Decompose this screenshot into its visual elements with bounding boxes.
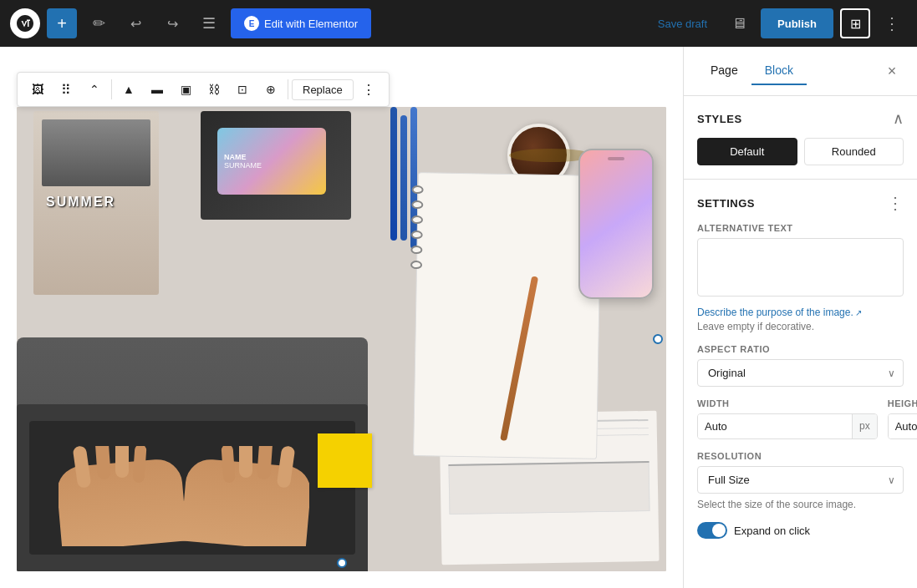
alt-text-input[interactable] (697, 238, 904, 297)
image-toolbar: 🖼 ⠿ ⌃ ▲ ▬ ▣ ⛓ ⊡ ⊕ Replace ⋮ (17, 72, 390, 107)
settings-more-icon[interactable]: ⋮ (887, 193, 904, 213)
edit-elementor-label: Edit with Elementor (264, 18, 358, 30)
undo-icon[interactable]: ↩ (120, 8, 150, 38)
expand-on-click-row: Expand on click (697, 522, 904, 539)
width-input-wrapper: px (697, 413, 878, 439)
width-field: WIDTH px (697, 398, 878, 439)
panel-close-button[interactable]: × (880, 59, 904, 83)
toolbar-separator-2 (288, 79, 288, 99)
redo-icon[interactable]: ↪ (157, 8, 187, 38)
drag-tool-icon[interactable]: ⠿ (53, 76, 79, 103)
wallet-item: NAME SURNAME (201, 111, 351, 220)
monitor-icon[interactable]: 🖥 (724, 8, 754, 38)
aspect-ratio-select[interactable]: Original Square 16:9 4:3 (697, 359, 904, 387)
styles-section-header: Styles ∧ (697, 109, 904, 128)
alt-text-label: ALTERNATIVE TEXT (697, 223, 904, 233)
resolution-label: RESOLUTION (697, 451, 904, 461)
add-button[interactable]: + (47, 8, 77, 38)
resolution-select[interactable]: Full Size Large Medium Thumbnail (697, 466, 904, 494)
elementor-icon-symbol: E (249, 19, 255, 28)
move-up-tool-icon[interactable]: ⌃ (81, 76, 108, 103)
height-input-wrapper: px (888, 413, 917, 439)
width-unit: px (852, 414, 877, 438)
resize-handle-right[interactable] (653, 334, 663, 344)
align-tool-icon[interactable]: ▬ (144, 76, 171, 103)
aspect-ratio-label: ASPECT RATIO (697, 344, 904, 354)
panel-tabs: Page Block (697, 57, 807, 85)
aspect-ratio-select-wrapper: Original Square 16:9 4:3 ∨ (697, 359, 904, 387)
expand-on-click-label: Expand on click (734, 525, 810, 537)
edit-elementor-button[interactable]: E Edit with Elementor (231, 8, 371, 38)
leave-empty-hint: Leave empty if decorative. (697, 321, 904, 332)
phone-item (578, 149, 654, 299)
settings-section-title: Settings (697, 197, 755, 210)
describe-purpose-link[interactable]: Describe the purpose of the image. ↗ (697, 307, 862, 318)
more-options-toolbar-icon[interactable]: ⋮ (355, 76, 382, 103)
link-tool-icon[interactable]: ⛓ (201, 76, 227, 103)
save-draft-button[interactable]: Save draft (648, 11, 717, 37)
publish-button[interactable]: Publish (761, 8, 833, 38)
magazine-item: SUMMER (33, 111, 159, 295)
list-view-icon[interactable]: ☰ (194, 8, 224, 38)
overlay-tool-icon[interactable]: ⊕ (257, 76, 284, 103)
image-tool-icon[interactable]: 🖼 (24, 76, 51, 103)
toolbar-separator-1 (111, 79, 112, 99)
elementor-icon: E (244, 16, 259, 31)
style-buttons-group: Default Rounded (697, 138, 904, 165)
tab-block[interactable]: Block (751, 57, 807, 85)
editor-area: 🖼 ⠿ ⌃ ▲ ▬ ▣ ⛓ ⊡ ⊕ Replace ⋮ SUMMER (0, 47, 683, 588)
resolution-field: RESOLUTION Full Size Large Medium Thumbn… (697, 451, 904, 510)
resolution-hint: Select the size of the source image. (697, 499, 904, 510)
height-input[interactable] (889, 414, 917, 438)
aspect-ratio-field: ASPECT RATIO Original Square 16:9 4:3 ∨ (697, 344, 904, 387)
resize-handle-bottom[interactable] (337, 558, 347, 568)
expand-on-click-toggle[interactable] (697, 522, 727, 539)
wp-logo[interactable] (10, 8, 40, 38)
transform-tool-icon[interactable]: ▲ (115, 76, 142, 103)
style-rounded-button[interactable]: Rounded (804, 138, 904, 165)
width-label: WIDTH (697, 398, 878, 408)
main-area: 🖼 ⠿ ⌃ ▲ ▬ ▣ ⛓ ⊡ ⊕ Replace ⋮ SUMMER (0, 47, 917, 588)
crop-tool-icon[interactable]: ⊡ (229, 76, 256, 103)
height-label: HEIGHT (888, 398, 917, 408)
sticky-note (318, 433, 372, 488)
height-field: HEIGHT px (888, 398, 917, 439)
describe-link-text: Describe the purpose of the image. (697, 307, 853, 318)
canvas-image[interactable]: SUMMER NAME SURNAME (17, 107, 666, 571)
notebook-item (413, 172, 602, 459)
style-default-button[interactable]: Default (697, 138, 797, 165)
alt-text-field: ALTERNATIVE TEXT Describe the purpose of… (697, 223, 904, 332)
right-panel: Page Block × Styles ∧ Default Rounded Se… (683, 47, 917, 588)
desk-background: SUMMER NAME SURNAME (17, 107, 666, 571)
top-bar: + ✏ ↩ ↪ ☰ E Edit with Elementor Save dra… (0, 0, 917, 47)
settings-section-header: Settings ⋮ (697, 193, 904, 213)
styles-section: Styles ∧ Default Rounded (684, 96, 917, 180)
tab-page[interactable]: Page (697, 57, 751, 85)
hands-item (59, 446, 309, 546)
replace-button[interactable]: Replace (292, 79, 354, 100)
panel-header: Page Block × (684, 47, 917, 96)
pencil-icon[interactable]: ✏ (84, 8, 114, 38)
styles-toggle-icon[interactable]: ∧ (893, 109, 904, 128)
more-options-icon[interactable]: ⋮ (877, 8, 907, 38)
styles-section-title: Styles (697, 113, 742, 125)
wh-row: WIDTH px HEIGHT px (697, 398, 904, 439)
media-tool-icon[interactable]: ▣ (172, 76, 199, 103)
settings-section: Settings ⋮ ALTERNATIVE TEXT Describe the… (684, 180, 917, 552)
block-view-button[interactable]: ⊞ (840, 8, 870, 38)
external-link-icon: ↗ (855, 308, 862, 317)
width-input[interactable] (698, 414, 852, 438)
resolution-select-wrapper: Full Size Large Medium Thumbnail ∨ (697, 466, 904, 494)
